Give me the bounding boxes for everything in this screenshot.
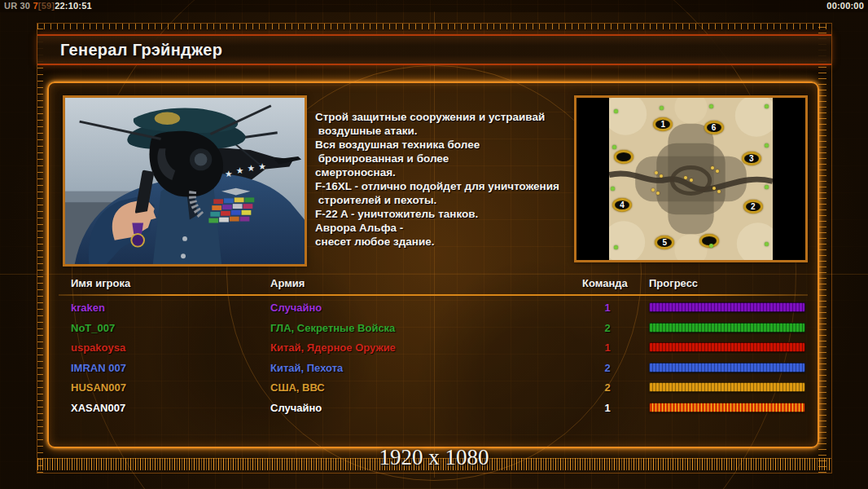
- minimap-green-dot-icon: [765, 143, 769, 148]
- debug-clock: 22:10:51: [55, 1, 92, 11]
- start-position-marker: 3: [742, 152, 761, 165]
- start-position-number: 3: [749, 154, 754, 163]
- briefing-line: снесет любое здание.: [315, 235, 588, 249]
- player-progress-bar: [649, 323, 805, 333]
- debug-bracket: [59]: [38, 1, 55, 11]
- player-army: Случайно: [270, 302, 322, 314]
- briefing-line: F-22 A - уничтожитель танков.: [315, 207, 588, 221]
- player-team: 2: [582, 362, 633, 374]
- table-header-divider: [59, 294, 808, 296]
- column-header-player-name: Имя игрока: [71, 277, 130, 289]
- player-army: ГЛА, Секретные Войска: [270, 322, 395, 334]
- player-army: Китай, Ядерное Оружие: [270, 341, 396, 354]
- minimap: 163425: [574, 95, 808, 262]
- player-progress-bar: [649, 382, 805, 392]
- svg-text:★: ★: [236, 165, 244, 175]
- briefing-line: воздушные атаки.: [315, 124, 588, 138]
- minimap-gold-dot-icon: [716, 170, 719, 173]
- player-army: США, ВВС: [270, 381, 325, 394]
- debug-readout: UR 30 7[59]22:10:51: [4, 1, 92, 11]
- briefing-line: F-16XL - отлично подойдет для уничтожени…: [315, 179, 588, 193]
- start-position-marker: 6: [704, 121, 724, 134]
- ruler-ticks-left: [37, 24, 43, 473]
- player-team: 2: [582, 381, 633, 394]
- briefing-line: Вся воздушная техника более: [315, 138, 588, 152]
- briefing-line: строителей и пехоты.: [315, 193, 588, 207]
- player-name: kraken: [71, 302, 105, 314]
- player-name: uspakoysa: [71, 341, 125, 354]
- minimap-green-dot-icon: [765, 104, 769, 108]
- briefing-line: Аврора Альфа -: [315, 221, 588, 235]
- column-header-progress: Прогресс: [649, 277, 698, 289]
- briefing-text: Строй защитные сооружения и устраивай во…: [315, 110, 588, 249]
- general-portrait: ★★★★: [63, 95, 307, 267]
- player-team: 2: [582, 322, 633, 334]
- briefing-line: бронированная и более: [315, 152, 588, 165]
- column-header-army: Армия: [270, 277, 305, 289]
- briefing-line: смертоносная.: [315, 165, 588, 179]
- briefing-line: Строй защитные сооружения и устраивай: [315, 110, 588, 124]
- svg-text:★: ★: [225, 169, 233, 178]
- player-name: XASAN007: [71, 402, 125, 414]
- svg-text:★: ★: [247, 163, 255, 173]
- minimap-terrain: 163425: [609, 98, 773, 260]
- player-team: 1: [582, 402, 633, 414]
- minimap-gold-dot-icon: [711, 166, 714, 170]
- ruler-ticks-top: [37, 24, 831, 29]
- title-bar: Генерал Грэйнджер: [37, 34, 831, 65]
- start-position-number: 5: [663, 238, 668, 247]
- start-position-marker: 1: [653, 117, 673, 131]
- purple-heart-medal-icon: [131, 222, 144, 246]
- table-row: kraken Случайно 1: [49, 298, 818, 319]
- player-name: NoT_007: [71, 322, 115, 334]
- general-portrait-image: ★★★★: [65, 98, 305, 264]
- player-name: HUSAN007: [71, 381, 126, 394]
- minimap-green-dot-icon: [709, 104, 713, 108]
- player-team: 1: [582, 302, 633, 314]
- table-row: XASAN007 Случайно 1: [49, 399, 818, 419]
- table-row: HUSAN007 США, ВВС 2: [49, 378, 818, 399]
- table-row: IMRAN 007 Китай, Пехота 2: [49, 359, 818, 379]
- debug-ur: UR 30: [4, 1, 33, 11]
- minimap-green-dot-icon: [612, 145, 616, 149]
- page-title: Генерал Грэйнджер: [37, 36, 831, 64]
- player-table: kraken Случайно 1 NoT_007 ГЛА, Секретные…: [49, 298, 818, 419]
- minimap-gold-dot-icon: [660, 174, 663, 178]
- minimap-green-dot-icon: [709, 244, 713, 248]
- svg-text:★: ★: [258, 161, 266, 171]
- resolution-label: 1920 x 1080: [0, 445, 868, 470]
- minimap-gold-dot-icon: [655, 171, 658, 174]
- status-bar: UR 30 7[59]22:10:51 00:00:00: [0, 0, 868, 12]
- player-team: 1: [582, 341, 633, 354]
- table-row: NoT_007 ГЛА, Секретные Войска 2: [49, 319, 818, 339]
- player-progress-bar: [649, 403, 805, 412]
- start-position-marker: [614, 150, 633, 164]
- player-progress-bar: [649, 363, 805, 372]
- player-army: Случайно: [270, 402, 322, 414]
- start-position-number: 1: [661, 120, 666, 129]
- ruler-ticks-right: [818, 24, 826, 473]
- loading-panel: ★★★★ Строй защитные сооружения и устраив…: [47, 82, 819, 448]
- loading-screen: { "statusbar": { "segment_ur": "UR 30 ",…: [0, 0, 868, 489]
- column-header-team: Команда: [582, 277, 628, 289]
- player-progress-bar: [649, 302, 805, 312]
- table-row: uspakoysa Китай, Ядерное Оружие 1: [49, 338, 818, 359]
- minimap-green-dot-icon: [614, 109, 618, 113]
- player-army: Китай, Пехота: [270, 362, 343, 374]
- player-name: IMRAN 007: [71, 362, 126, 374]
- game-timer: 00:00:00: [826, 1, 864, 11]
- start-position-number: 6: [712, 123, 717, 132]
- start-position-number: 2: [751, 202, 756, 211]
- start-position-number: 4: [620, 200, 625, 209]
- player-progress-bar: [649, 342, 805, 352]
